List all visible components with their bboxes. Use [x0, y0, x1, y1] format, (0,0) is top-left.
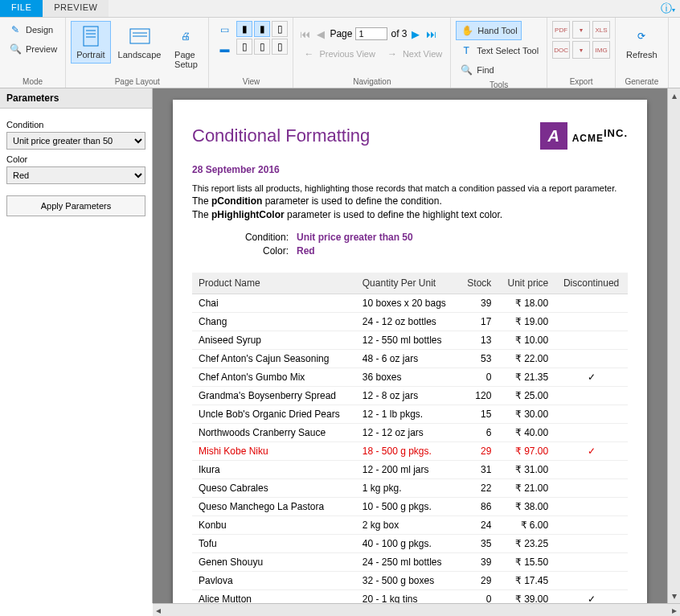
- condition-block: Condition:Unit price greater than 50 Col…: [240, 232, 628, 257]
- table-header: Stock: [458, 273, 498, 294]
- design-button[interactable]: ✎Design: [5, 21, 56, 39]
- page-setup-button[interactable]: 🖨Page Setup: [168, 21, 203, 73]
- table-cell: ₹ 39.00: [498, 590, 555, 604]
- color-select[interactable]: Red: [6, 166, 145, 184]
- table-cell: 12 - 12 oz jars: [356, 424, 459, 442]
- export-arrow[interactable]: ▾: [572, 21, 590, 39]
- view-page-width[interactable]: ▬: [214, 40, 235, 58]
- report-viewer: Conditional Formatting A ACMEINC. 28 Sep…: [153, 88, 680, 603]
- table-cell: Chai: [192, 294, 356, 313]
- table-cell: 20 - 1 kg tins: [356, 590, 459, 604]
- last-page-button[interactable]: ⏭: [424, 28, 438, 40]
- prev-page-button[interactable]: ◀: [315, 28, 326, 40]
- logo: A ACMEINC.: [540, 122, 628, 150]
- view-grid: ▮▮▯ ▯▯▯: [236, 21, 288, 55]
- table-cell: Alice Mutton: [192, 590, 356, 604]
- table-cell: [555, 572, 628, 590]
- logo-icon: A: [540, 122, 567, 150]
- table-row: Alice Mutton20 - 1 kg tins0₹ 39.00✓: [192, 590, 628, 604]
- scroll-left-icon[interactable]: ◂: [153, 605, 164, 616]
- table-cell: ✓: [555, 442, 628, 461]
- table-cell: ₹ 25.00: [498, 387, 555, 405]
- table-cell: 24 - 250 ml bottles: [356, 553, 459, 572]
- scroll-down-icon[interactable]: ▾: [670, 589, 678, 603]
- table-row: Chef Anton's Gumbo Mix36 boxes0₹ 21.35✓: [192, 368, 628, 387]
- export-grid: PDF▾XLS DOC▾IMG: [552, 21, 610, 59]
- landscape-button[interactable]: Landscape: [113, 21, 167, 64]
- find-icon: 🔍: [459, 63, 473, 77]
- table-cell: [555, 313, 628, 331]
- view-5[interactable]: ▯: [254, 39, 270, 55]
- table-row: Ikura12 - 200 ml jars31₹ 31.00: [192, 461, 628, 479]
- find-button[interactable]: 🔍Find: [456, 61, 497, 79]
- first-page-button[interactable]: ⏮: [298, 28, 312, 40]
- preview-icon: 🔍: [8, 42, 23, 56]
- table-row: Uncle Bob's Organic Dried Pears12 - 1 lb…: [192, 405, 628, 424]
- table-cell: 0: [458, 590, 498, 604]
- view-whole-page[interactable]: ▭: [214, 21, 235, 39]
- view-1[interactable]: ▮: [236, 21, 252, 37]
- portrait-button[interactable]: Portrait: [71, 21, 110, 64]
- portrait-icon: [80, 25, 102, 47]
- preview-button[interactable]: 🔍Preview: [5, 40, 60, 58]
- scroll-up-icon[interactable]: ▴: [670, 88, 678, 103]
- table-cell: 120: [458, 387, 498, 405]
- table-cell: ₹ 23.25: [498, 535, 555, 553]
- page-number-input[interactable]: [355, 27, 387, 40]
- page-total: of 3: [391, 28, 407, 39]
- table-row: Mishi Kobe Niku18 - 500 g pkgs.29₹ 97.00…: [192, 442, 628, 461]
- view-3[interactable]: ▯: [272, 21, 288, 37]
- table-cell: [555, 479, 628, 498]
- condition-select[interactable]: Unit price greater than 50: [6, 132, 145, 150]
- report-desc-3: The pHighlightColor parameter is used to…: [192, 209, 628, 220]
- page-nav: ⏮ ◀ Page of 3 ▶ ⏭: [298, 27, 438, 40]
- layout-group-label: Page Layout: [115, 77, 160, 86]
- table-cell: [555, 553, 628, 572]
- nav-group-label: Navigation: [353, 77, 391, 86]
- text-select-icon: Ꭲ: [459, 43, 473, 58]
- next-page-button[interactable]: ▶: [410, 28, 421, 40]
- table-cell: 31: [458, 461, 498, 479]
- refresh-button[interactable]: ⟳Refresh: [621, 21, 663, 64]
- table-cell: 17: [458, 313, 498, 331]
- export-b[interactable]: ▾: [572, 41, 590, 59]
- scroll-right-icon[interactable]: ▸: [669, 605, 680, 616]
- hand-tool-button[interactable]: ✋Hand Tool: [456, 21, 521, 40]
- export-doc[interactable]: DOC: [552, 41, 570, 59]
- table-header: Quantity Per Unit: [356, 273, 459, 294]
- tab-bar: FILE PREVIEW ⓘ▾: [0, 0, 680, 18]
- export-pdf[interactable]: PDF: [552, 21, 570, 39]
- horizontal-scrollbar[interactable]: ◂▸: [153, 603, 680, 616]
- page-setup-icon: 🖨: [174, 25, 197, 47]
- next-view-button[interactable]: →Next View: [382, 45, 445, 63]
- prev-view-button[interactable]: ←Previous View: [298, 45, 379, 63]
- next-view-icon: →: [385, 47, 399, 61]
- table-cell: 39: [458, 553, 498, 572]
- viewer-scroll[interactable]: Conditional Formatting A ACMEINC. 28 Sep…: [153, 88, 667, 603]
- table-cell: 53: [458, 350, 498, 368]
- export-img[interactable]: IMG: [592, 41, 610, 59]
- table-cell: Northwoods Cranberry Sauce: [192, 424, 356, 442]
- hand-icon: ✋: [460, 23, 474, 38]
- table-cell: Chef Anton's Cajun Seasoning: [192, 350, 356, 368]
- report-page: Conditional Formatting A ACMEINC. 28 Sep…: [173, 100, 647, 603]
- table-cell: 24 - 12 oz bottles: [356, 313, 459, 331]
- table-cell: 10 boxes x 20 bags: [356, 294, 459, 313]
- export-xls[interactable]: XLS: [592, 21, 610, 39]
- tab-file[interactable]: FILE: [0, 0, 43, 17]
- apply-parameters-button[interactable]: Apply Parameters: [6, 195, 145, 216]
- table-cell: ₹ 97.00: [498, 442, 555, 461]
- table-cell: 39: [458, 294, 498, 313]
- info-icon[interactable]: ⓘ▾: [661, 2, 675, 16]
- parameters-header: Parameters: [0, 88, 152, 109]
- table-cell: Chang: [192, 313, 356, 331]
- view-4[interactable]: ▯: [236, 39, 252, 55]
- tab-preview[interactable]: PREVIEW: [43, 0, 109, 17]
- view-6[interactable]: ▯: [272, 39, 288, 55]
- table-cell: ₹ 17.45: [498, 572, 555, 590]
- view-2[interactable]: ▮: [254, 21, 270, 37]
- vertical-scrollbar[interactable]: ▴▾: [667, 88, 680, 603]
- text-select-button[interactable]: ᎢText Select Tool: [456, 42, 542, 60]
- table-cell: 18 - 500 g pkgs.: [356, 442, 459, 461]
- table-cell: [555, 387, 628, 405]
